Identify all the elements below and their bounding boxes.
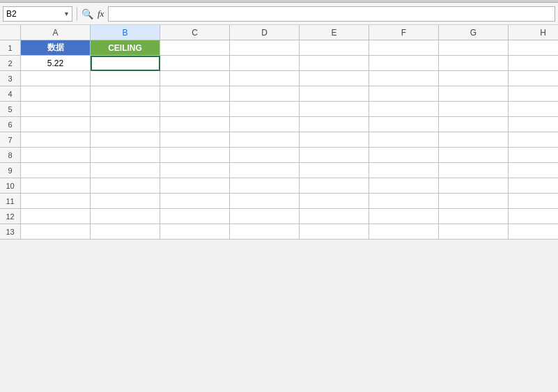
cell-G12[interactable] [439,209,509,224]
cell-H4[interactable] [509,86,558,102]
cell-B12[interactable] [91,209,160,224]
cell-C5[interactable] [160,102,230,117]
cell-G4[interactable] [439,86,509,102]
cell-F9[interactable] [369,163,439,178]
cell-D4[interactable] [230,86,300,102]
cell-D5[interactable] [230,102,300,117]
row-header-3[interactable]: 3 [0,71,21,86]
cell-C12[interactable] [160,209,230,224]
row-header-8[interactable]: 8 [0,148,21,163]
name-box-arrow-icon[interactable]: ▼ [63,10,70,17]
cell-G7[interactable] [439,132,509,148]
cell-F2[interactable] [369,56,439,71]
cell-G8[interactable] [439,148,509,163]
cell-E7[interactable] [300,132,369,148]
col-header-F[interactable]: F [369,25,439,40]
cell-F11[interactable] [369,194,439,209]
row-header-2[interactable]: 2 [0,56,21,71]
cell-B3[interactable] [91,71,160,86]
cell-A1[interactable]: 数据 [21,40,91,56]
cell-D6[interactable] [230,117,300,132]
cell-E10[interactable] [300,178,369,194]
cell-B4[interactable] [91,86,160,102]
cell-H8[interactable] [509,148,558,163]
row-header-7[interactable]: 7 [0,132,21,148]
cell-H1[interactable] [509,40,558,56]
cell-B10[interactable] [91,178,160,194]
cell-C11[interactable] [160,194,230,209]
cell-F5[interactable] [369,102,439,117]
cell-C1[interactable] [160,40,230,56]
cell-F3[interactable] [369,71,439,86]
cell-F6[interactable] [369,117,439,132]
row-header-5[interactable]: 5 [0,102,21,117]
col-header-C[interactable]: C [160,25,230,40]
cell-D13[interactable] [230,224,300,240]
cell-B9[interactable] [91,163,160,178]
cell-E6[interactable] [300,117,369,132]
cell-G5[interactable] [439,102,509,117]
cell-D9[interactable] [230,163,300,178]
cell-G9[interactable] [439,163,509,178]
cell-F12[interactable] [369,209,439,224]
cell-G2[interactable] [439,56,509,71]
zoom-icon[interactable]: 🔍 [82,8,93,19]
cell-A10[interactable] [21,178,91,194]
cell-E9[interactable] [300,163,369,178]
cell-H9[interactable] [509,163,558,178]
name-box[interactable]: B2 ▼ [3,6,72,22]
cell-C10[interactable] [160,178,230,194]
cell-A11[interactable] [21,194,91,209]
row-header-12[interactable]: 12 [0,209,21,224]
cell-F10[interactable] [369,178,439,194]
row-header-10[interactable]: 10 [0,178,21,194]
cell-H5[interactable] [509,102,558,117]
row-header-13[interactable]: 13 [0,224,21,240]
cell-A13[interactable] [21,224,91,240]
col-header-B[interactable]: B [91,25,160,40]
cell-D10[interactable] [230,178,300,194]
col-header-A[interactable]: A [21,25,91,40]
cell-E2[interactable] [300,56,369,71]
cell-D2[interactable] [230,56,300,71]
cell-A12[interactable] [21,209,91,224]
cell-E12[interactable] [300,209,369,224]
cell-D11[interactable] [230,194,300,209]
cell-A5[interactable] [21,102,91,117]
cell-E8[interactable] [300,148,369,163]
cell-C6[interactable] [160,117,230,132]
cell-D7[interactable] [230,132,300,148]
cell-F7[interactable] [369,132,439,148]
cell-G10[interactable] [439,178,509,194]
cell-C9[interactable] [160,163,230,178]
col-header-G[interactable]: G [439,25,509,40]
formula-bar-input[interactable] [108,6,555,22]
cell-B1[interactable]: CEILING [91,40,160,56]
cell-C4[interactable] [160,86,230,102]
cell-A9[interactable] [21,163,91,178]
cell-G1[interactable] [439,40,509,56]
cell-B11[interactable] [91,194,160,209]
cell-C3[interactable] [160,71,230,86]
cell-G3[interactable] [439,71,509,86]
cell-D12[interactable] [230,209,300,224]
cell-E13[interactable] [300,224,369,240]
cell-A6[interactable] [21,117,91,132]
cell-E5[interactable] [300,102,369,117]
cell-D1[interactable] [230,40,300,56]
cell-B2[interactable] [91,56,160,71]
cell-H13[interactable] [509,224,558,240]
cell-F4[interactable] [369,86,439,102]
cell-B5[interactable] [91,102,160,117]
cell-H11[interactable] [509,194,558,209]
cell-B13[interactable] [91,224,160,240]
cell-B6[interactable] [91,117,160,132]
row-header-1[interactable]: 1 [0,40,21,56]
cell-D8[interactable] [230,148,300,163]
cell-H12[interactable] [509,209,558,224]
cell-B7[interactable] [91,132,160,148]
cell-A4[interactable] [21,86,91,102]
cell-D3[interactable] [230,71,300,86]
col-header-H[interactable]: H [509,25,558,40]
cell-E4[interactable] [300,86,369,102]
